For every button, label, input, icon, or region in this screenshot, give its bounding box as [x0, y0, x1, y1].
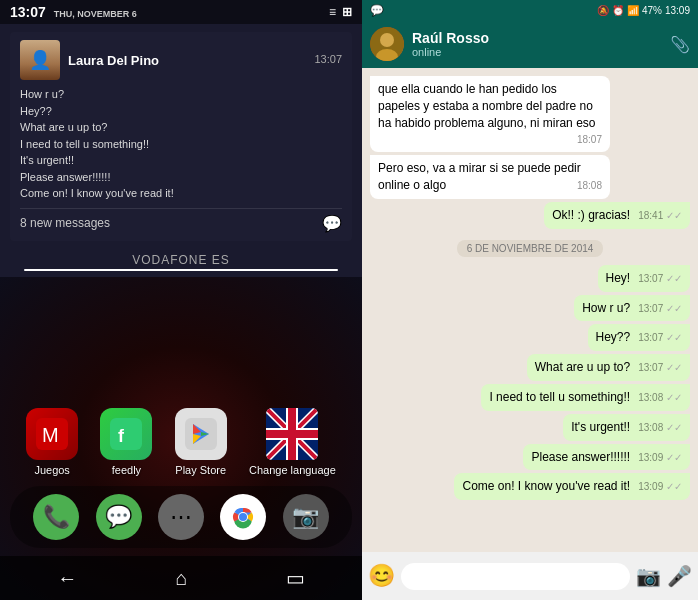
right-panel: 💬 🔕 ⏰ 📶 47% 13:09 Raúl Rosso online 📎: [362, 0, 698, 600]
contact-info: Raúl Rosso online: [412, 30, 662, 58]
msg-ticks: ✓✓: [666, 452, 682, 463]
wa-app-icon: 💬: [370, 4, 384, 17]
svg-text:M: M: [42, 424, 59, 446]
wa-battery: 47%: [642, 5, 662, 16]
msg-text: How r u?: [582, 301, 630, 315]
svg-rect-17: [288, 408, 296, 460]
msg-sent-5: What are u up to? 13:07 ✓✓: [527, 354, 690, 381]
back-button[interactable]: ←: [57, 567, 77, 590]
notif-time: 13:07: [314, 53, 342, 68]
wa-status-icons: 🔕 ⏰ 📶 47% 13:09: [597, 5, 690, 16]
msg-sent-6: I need to tell u something!! 13:08 ✓✓: [481, 384, 690, 411]
app-grid: M Juegos f feedly: [0, 398, 362, 486]
msg-time: 13:07 ✓✓: [638, 361, 682, 375]
notif-count: 8 new messages: [20, 216, 110, 230]
app-juegos[interactable]: M Juegos: [26, 408, 78, 476]
message-input[interactable]: [401, 563, 630, 590]
grid-icon: ⊞: [342, 5, 352, 19]
msg-text: Ok!! :) gracias!: [552, 208, 630, 222]
msg-sent-4: Hey?? 13:07 ✓✓: [588, 324, 691, 351]
msg-text: Hey!: [606, 271, 631, 285]
msg-received-1: que ella cuando le han pedido los papele…: [370, 76, 610, 152]
dock-camera[interactable]: 📷: [283, 494, 329, 540]
msg-ticks: ✓✓: [666, 392, 682, 403]
notif-msg-6: Please answer!!!!!!: [20, 169, 342, 186]
msg-time: 13:09 ✓✓: [638, 451, 682, 465]
status-date: THU, NOVEMBER 6: [54, 9, 137, 19]
contact-avatar: [370, 27, 404, 61]
wa-header-icons: 📎: [670, 35, 690, 54]
wa-silent-icon: 🔕: [597, 5, 609, 16]
svg-point-21: [239, 513, 247, 521]
carrier-divider: [24, 269, 338, 271]
msg-time: 13:07 ✓✓: [638, 272, 682, 286]
contact-status: online: [412, 46, 662, 58]
msg-sent-7: It's urgent!! 13:08 ✓✓: [563, 414, 690, 441]
app-language[interactable]: Change language: [249, 408, 336, 476]
whatsapp-icon: 💬: [322, 214, 342, 233]
svg-text:f: f: [118, 426, 125, 446]
recents-button[interactable]: ▭: [286, 566, 305, 590]
msg-time: 18:41 ✓✓: [638, 209, 682, 223]
status-bar: 13:07 THU, NOVEMBER 6 ≡ ⊞: [0, 0, 362, 24]
dock-hangouts[interactable]: 💬: [96, 494, 142, 540]
notif-msg-5: It's urgent!!: [20, 152, 342, 169]
playstore-icon: [175, 408, 227, 460]
notification-card[interactable]: 👤 Laura Del Pino 13:07 How r u? Hey?? Wh…: [10, 32, 352, 241]
home-button[interactable]: ⌂: [175, 567, 187, 590]
msg-text: I need to tell u something!!: [489, 390, 630, 404]
mic-button[interactable]: 🎤: [667, 564, 692, 588]
status-time: 13:07: [10, 4, 46, 20]
msg-text: Pero eso, va a mirar si se puede pedir o…: [378, 161, 581, 192]
wa-status-bar: 💬 🔕 ⏰ 📶 47% 13:09: [362, 0, 698, 20]
attachment-icon[interactable]: 📎: [670, 35, 690, 54]
notif-msg-2: Hey??: [20, 103, 342, 120]
notif-msg-3: What are u up to?: [20, 119, 342, 136]
notif-avatar: 👤: [20, 40, 60, 80]
wa-alarm-icon: ⏰: [612, 5, 624, 16]
msg-text: Please answer!!!!!!: [531, 450, 630, 464]
emoji-button[interactable]: 😊: [368, 563, 395, 589]
language-icon: [266, 408, 318, 460]
svg-rect-2: [110, 418, 142, 450]
status-icons: ≡ ⊞: [329, 5, 352, 19]
msg-ticks: ✓✓: [666, 481, 682, 492]
app-feedly[interactable]: f feedly: [100, 408, 152, 476]
carrier-bar: VODAFONE ES: [0, 249, 362, 277]
wallpaper-area: M Juegos f feedly: [0, 277, 362, 601]
msg-sent-3: How r u? 13:07 ✓✓: [574, 295, 690, 322]
wa-time: 13:09: [665, 5, 690, 16]
msg-text: que ella cuando le han pedido los papele…: [378, 82, 595, 130]
app-playstore[interactable]: Play Store: [175, 408, 227, 476]
msg-ticks: ✓✓: [666, 210, 682, 221]
msg-ticks: ✓✓: [666, 303, 682, 314]
msg-time: 18:08: [577, 179, 602, 193]
wa-header: Raúl Rosso online 📎: [362, 20, 698, 68]
notif-msg-7: Come on! I know you've read it!: [20, 185, 342, 202]
app-feedly-label: feedly: [112, 464, 141, 476]
msg-ticks: ✓✓: [666, 362, 682, 373]
wa-messages[interactable]: que ella cuando le han pedido los papele…: [362, 68, 698, 552]
dock-launcher[interactable]: ⋯: [158, 494, 204, 540]
msg-text: Hey??: [596, 330, 631, 344]
left-panel: 13:07 THU, NOVEMBER 6 ≡ ⊞ 👤 Laura Del Pi…: [0, 0, 362, 600]
dock-chrome[interactable]: [220, 494, 266, 540]
msg-time: 13:07 ✓✓: [638, 302, 682, 316]
msg-text: Come on! I know you've read it!: [462, 479, 630, 493]
msg-ticks: ✓✓: [666, 332, 682, 343]
nav-bar: ← ⌂ ▭: [0, 556, 362, 600]
msg-ticks: ✓✓: [666, 422, 682, 433]
msg-time: 13:07 ✓✓: [638, 331, 682, 345]
msg-time: 13:08 ✓✓: [638, 391, 682, 405]
msg-time: 13:08 ✓✓: [638, 421, 682, 435]
notif-msg-4: I need to tell u something!!: [20, 136, 342, 153]
msg-sent-1: Ok!! :) gracias! 18:41 ✓✓: [544, 202, 690, 229]
feedly-icon: f: [100, 408, 152, 460]
notif-contact-name: Laura Del Pino: [68, 53, 159, 68]
app-dock: 📞 💬 ⋯ 📷: [10, 486, 352, 548]
wa-signal-icon: 📶: [627, 5, 639, 16]
msg-received-2: Pero eso, va a mirar si se puede pedir o…: [370, 155, 610, 199]
camera-button[interactable]: 📷: [636, 564, 661, 588]
contact-name: Raúl Rosso: [412, 30, 662, 46]
dock-phone[interactable]: 📞: [33, 494, 79, 540]
